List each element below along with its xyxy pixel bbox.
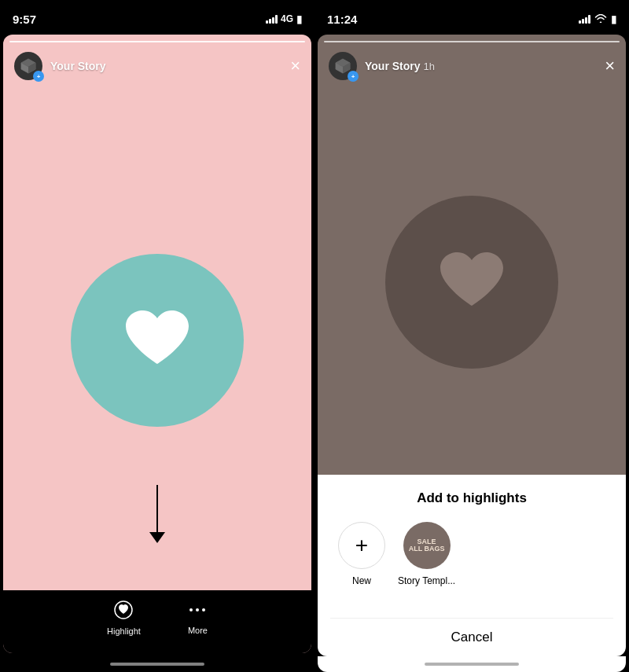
home-indicator-left — [0, 656, 314, 672]
story-template-item[interactable]: SALEALL BAGS Story Templ... — [398, 522, 455, 586]
highlight-icon — [113, 600, 134, 623]
plus-icon: + — [355, 534, 368, 556]
avatar-left: + — [14, 52, 42, 80]
highlight-circle-icon — [113, 600, 134, 620]
time-right: 11:24 — [327, 13, 357, 26]
story-username-right: Your Story 1h — [365, 60, 597, 72]
sale-badge: SALEALL BAGS — [409, 538, 445, 553]
battery-icon-right: ▮ — [611, 13, 616, 25]
close-button-left[interactable]: × — [290, 57, 300, 75]
story-content-right — [318, 90, 626, 475]
avatar-right: + — [329, 52, 357, 80]
status-bar-right: 11:24 ▮ — [314, 0, 629, 35]
story-template-circle: SALEALL BAGS — [403, 522, 451, 569]
story-username-left: Your Story — [50, 60, 282, 72]
story-bottom-bar: Highlight More — [3, 590, 311, 653]
arrow-down — [149, 485, 165, 543]
arrow-shaft — [156, 485, 158, 532]
home-indicator-right — [318, 656, 626, 672]
status-icons-left: 4G ▮ — [266, 13, 302, 25]
svg-point-5 — [189, 608, 193, 611]
story-left: + Your Story × — [3, 35, 311, 653]
more-icon — [188, 600, 207, 622]
highlights-row: + New SALEALL BAGS Story Templ... — [330, 522, 613, 586]
avatar-badge-right: + — [348, 71, 359, 82]
story-content-left — [3, 90, 311, 590]
story-right: + Your Story 1h × — [318, 35, 626, 475]
home-bar-left — [110, 663, 204, 666]
time-left: 9:57 — [13, 13, 36, 26]
three-dots-icon — [188, 600, 207, 619]
more-label: More — [188, 626, 208, 635]
home-bar-right — [425, 663, 519, 666]
network-type-left: 4G — [281, 13, 293, 24]
right-panel: 11:24 ▮ — [314, 0, 629, 672]
circle-background-right — [385, 196, 558, 369]
bottom-sheet: Add to highlights + New SALEALL BAGS Sto… — [318, 475, 626, 656]
heart-icon-right — [436, 251, 507, 314]
arrow-head — [149, 532, 165, 543]
battery-icon-left: ▮ — [296, 13, 302, 25]
sheet-title: Add to highlights — [417, 490, 527, 506]
left-panel: 9:57 4G ▮ — [0, 0, 314, 672]
new-highlight-circle: + — [338, 522, 385, 569]
circle-background-left — [71, 254, 244, 427]
status-icons-right: ▮ — [579, 13, 616, 25]
wifi-icon — [594, 14, 607, 24]
story-template-label: Story Templ... — [398, 575, 455, 586]
more-action[interactable]: More — [188, 600, 208, 635]
svg-point-6 — [196, 608, 199, 611]
progress-bars — [3, 35, 311, 42]
story-header-right: + Your Story 1h × — [318, 42, 626, 90]
highlight-label: Highlight — [107, 626, 141, 636]
progress-bars-right — [318, 35, 626, 42]
svg-point-7 — [202, 608, 205, 611]
signal-icon — [266, 14, 278, 24]
highlight-action[interactable]: Highlight — [107, 600, 141, 636]
story-header-left: + Your Story × — [3, 42, 311, 90]
new-highlight-label: New — [352, 575, 371, 586]
cancel-button[interactable]: Cancel — [330, 618, 613, 656]
signal-icon-right — [579, 14, 590, 24]
heart-icon-left — [122, 309, 193, 372]
close-button-right[interactable]: × — [605, 57, 615, 75]
avatar-badge-left: + — [33, 71, 44, 82]
status-bar-left: 9:57 4G ▮ — [0, 0, 314, 35]
new-highlight-item[interactable]: + New — [338, 522, 385, 586]
